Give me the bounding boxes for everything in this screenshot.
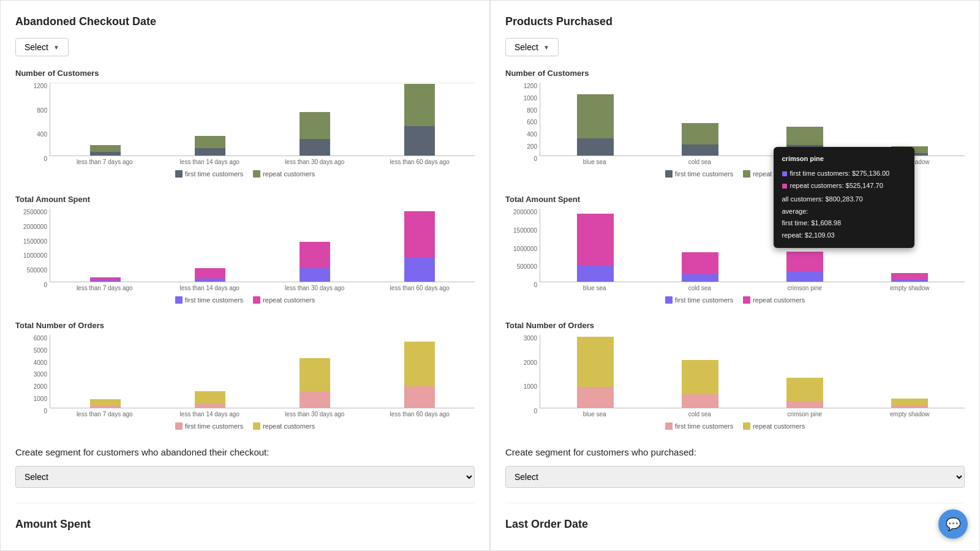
chat-button[interactable]: 💬 <box>938 509 968 539</box>
left-num-customers-chart: Number of Customers 12008004000 <box>15 69 475 178</box>
right-num-customers-label: Number of Customers <box>505 69 965 78</box>
left-select-button[interactable]: Select ▼ <box>15 38 69 56</box>
left-amount-chart: Total Amount Spent 250000020000001500000… <box>15 195 475 304</box>
right-amount-chart: Total Amount Spent 200000015000001000000… <box>505 195 965 304</box>
right-amount-legend: first time customers repeat customers <box>505 296 965 304</box>
right-orders-legend: first time customers repeat customers <box>505 422 965 430</box>
left-num-customers-legend: first time customers repeat customers <box>15 170 475 178</box>
right-panel: Products Purchased Select ▼ Number of Cu… <box>490 0 980 551</box>
right-orders-chart: Total Number of Orders 3000200010000 <box>505 321 965 430</box>
tooltip: crimson pine first time customers: $275,… <box>774 147 914 248</box>
left-orders-legend: first time customers repeat customers <box>15 422 475 430</box>
left-num-customers-label: Number of Customers <box>15 69 475 78</box>
right-panel-title: Products Purchased <box>505 15 965 28</box>
chevron-down-icon: ▼ <box>543 44 549 51</box>
bottom-right-title: Last Order Date <box>505 518 965 531</box>
left-amount-legend: first time customers repeat customers <box>15 296 475 304</box>
left-orders-label: Total Number of Orders <box>15 321 475 330</box>
bottom-left-title: Amount Spent <box>15 518 475 531</box>
right-segment-label: Create segment for customers who purchas… <box>505 447 965 457</box>
left-segment-label: Create segment for customers who abandon… <box>15 447 475 457</box>
left-orders-chart: Total Number of Orders 60005000400030002… <box>15 321 475 430</box>
left-amount-label: Total Amount Spent <box>15 195 475 204</box>
right-select-button[interactable]: Select ▼ <box>505 38 559 56</box>
left-segment-select[interactable]: Select <box>15 466 475 488</box>
right-orders-label: Total Number of Orders <box>505 321 965 330</box>
left-panel: Abandoned Checkout Date Select ▼ Number … <box>0 0 490 551</box>
left-panel-title: Abandoned Checkout Date <box>15 15 475 28</box>
right-segment-select[interactable]: Select <box>505 466 965 488</box>
chevron-down-icon: ▼ <box>53 44 59 51</box>
